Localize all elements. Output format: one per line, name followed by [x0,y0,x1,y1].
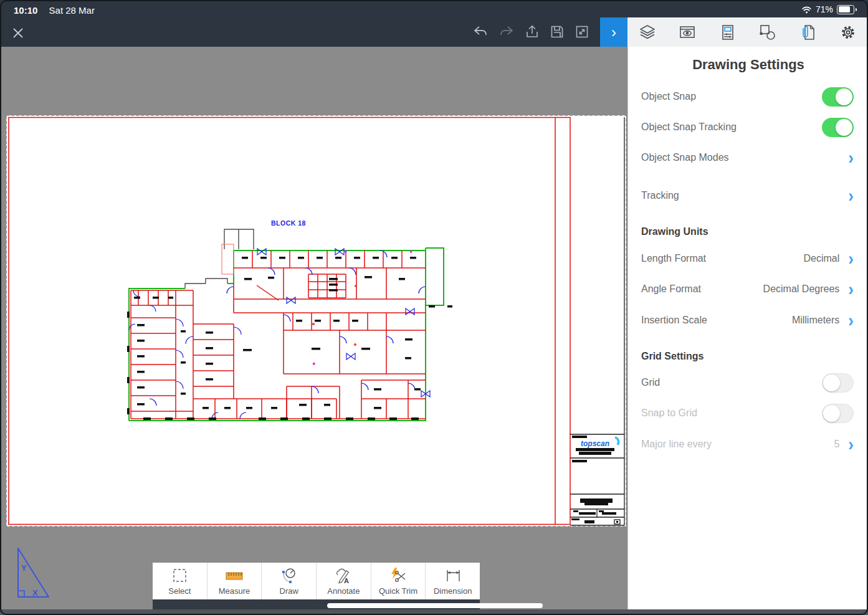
panel-toolbar [627,17,868,47]
battery-icon [837,5,854,14]
tool-label: Dimension [434,586,472,596]
chevron-right-icon: › [848,313,854,328]
battery-percent: 71% [816,4,833,14]
row-label: Snap to Grid [641,408,822,419]
row-label: Object Snap [641,91,822,102]
object-snap-toggle[interactable] [822,87,854,107]
attachments-button[interactable] [798,23,817,42]
title-block-logo: topscan [581,439,609,448]
row-value: Decimal [804,253,840,264]
export-button[interactable] [524,24,540,40]
status-right: 71% [801,4,857,14]
row-object-snap-tracking: Object Snap Tracking [628,113,868,141]
snap-to-grid-toggle[interactable] [822,404,854,423]
row-label: Tracking [641,190,848,201]
tool-label: Annotate [327,586,360,596]
redo-button[interactable] [498,24,515,40]
row-tracking[interactable]: Tracking › [628,182,868,209]
chevron-right-icon: › [848,437,854,452]
annotate-letter: A [344,577,349,584]
row-major-line-every[interactable]: Major line every 5 › [628,431,868,458]
row-label: Insertion Scale [641,315,792,326]
dimension-icon [444,566,462,585]
layers-button[interactable] [638,23,657,42]
blocks-button[interactable] [758,23,777,42]
tool-label: Draw [280,586,298,596]
close-button[interactable] [9,24,27,42]
section-grid-settings: Grid Settings [628,343,868,370]
row-label: Major line every [641,439,834,450]
row-value: Decimal Degrees [763,284,840,295]
row-angle-format[interactable]: Angle Format Decimal Degrees › [628,275,868,303]
chevron-right-icon: › [848,189,854,203]
chevron-right-icon: › [848,151,854,165]
grid-toggle[interactable] [822,373,854,393]
save-button[interactable] [549,24,565,40]
tool-quick-trim[interactable]: Quick Trim [371,563,426,599]
panel-expand-icon: › [611,24,616,41]
row-object-snap-modes[interactable]: Object Snap Modes › [628,144,868,171]
section-header: Grid Settings [641,351,854,362]
block-label: BLOCK 18 [271,219,306,227]
home-indicator[interactable] [327,603,543,608]
panel-title: Drawing Settings [628,57,868,73]
status-left: 10:10 Sat 28 Mar [14,5,95,16]
tool-label: Select [168,586,191,596]
row-snap-to-grid: Snap to Grid [628,399,868,427]
drawing-settings-panel: Drawing Settings Object Snap Object Snap… [627,47,868,615]
drawing-svg: topscan BLOCK 18 [0,47,627,615]
tool-draw[interactable]: Draw [262,563,317,599]
draw-circle-icon [280,566,298,585]
wifi-icon [801,6,812,14]
tool-label: Quick Trim [379,586,417,596]
row-grid: Grid [628,369,868,396]
axis-x-label: X [32,588,38,598]
panel-expand-button[interactable]: › [600,17,627,47]
tool-label: Measure [219,586,250,596]
chevron-right-icon: › [848,282,854,297]
document-toolbar [472,24,590,40]
settings-button[interactable] [839,23,857,42]
tool-palette: Select Measure Draw A Annotate [153,563,480,599]
tool-annotate[interactable]: A Annotate [317,563,371,599]
row-length-format[interactable]: Length Format Decimal › [628,245,868,272]
row-object-snap: Object Snap [628,83,868,110]
quick-trim-icon [389,566,408,585]
axis-y-label: Y [21,563,27,573]
object-snap-tracking-toggle[interactable] [822,118,854,137]
axis-indicator-icon: Y X [18,548,49,598]
ruler-icon [224,566,244,585]
row-label: Length Format [641,253,804,264]
drawing-canvas[interactable]: topscan BLOCK 18 [0,47,627,615]
row-value: 5 [834,439,839,450]
tool-measure[interactable]: Measure [207,563,262,599]
tool-dimension[interactable]: Dimension [426,563,480,599]
tool-select[interactable]: Select [153,563,207,599]
close-icon [9,24,27,42]
screen-bottom-band [0,609,868,615]
undo-button[interactable] [472,24,489,40]
row-label: Object Snap Tracking [641,122,822,133]
battery-tip [856,8,857,11]
view-settings-button[interactable] [678,23,697,42]
row-label: Grid [641,377,822,388]
annotate-pencil-icon: A [334,566,353,585]
section-header: Drawing Units [641,226,854,237]
status-time: 10:10 [14,5,37,16]
select-marquee-icon [170,566,189,585]
row-value: Millimeters [792,315,839,326]
section-drawing-units: Drawing Units [628,218,868,246]
row-insertion-scale[interactable]: Insertion Scale Millimeters › [628,307,868,334]
row-label: Object Snap Modes [641,152,848,163]
fullscreen-button[interactable] [574,24,590,40]
row-label: Angle Format [641,284,763,295]
status-date: Sat 28 Mar [49,5,95,16]
display-settings-button[interactable] [718,23,737,42]
chevron-right-icon: › [848,252,854,266]
app-screen: 10:10 Sat 28 Mar 71% [0,0,868,615]
